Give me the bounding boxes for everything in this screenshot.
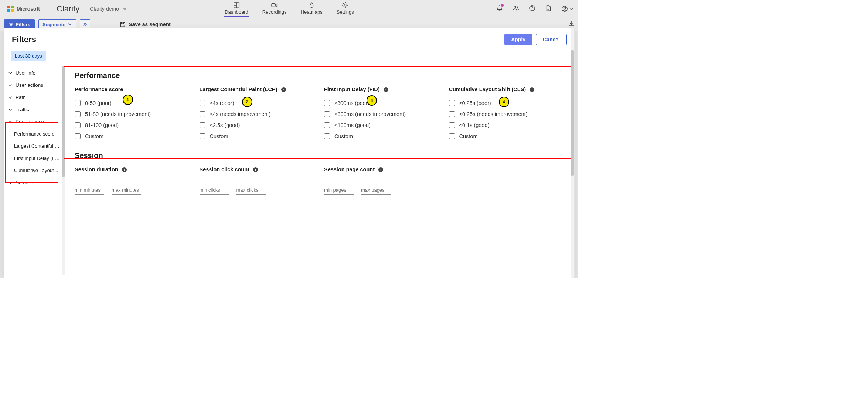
sidebar-item-session[interactable]: Session <box>4 177 63 189</box>
info-icon[interactable]: i <box>530 87 534 92</box>
fid-opt-needs[interactable]: <300ms (needs improvement) <box>324 109 442 120</box>
chevron-down-icon <box>8 71 13 75</box>
session-col-duration: Session durationi <box>75 167 192 195</box>
annotation-callout-3: 3 <box>367 95 377 106</box>
checkbox[interactable] <box>449 133 455 139</box>
lcp-opt-custom[interactable]: Custom <box>200 131 317 142</box>
date-range-chip[interactable]: Last 30 days <box>11 51 46 61</box>
checkbox[interactable] <box>200 133 205 139</box>
perf-col-fid: First Input Delay (FID)i ≥300ms (poor) <… <box>324 86 442 142</box>
apply-button[interactable]: Apply <box>504 34 532 45</box>
session-clicks-max-input[interactable] <box>236 186 266 195</box>
sidebar-sub-lcp[interactable]: Largest Contentful Pain… <box>4 140 63 152</box>
fid-opt-poor[interactable]: ≥300ms (poor) <box>324 97 442 109</box>
perf-score-title: Performance score <box>75 86 192 92</box>
sidebar-item-traffic[interactable]: Traffic <box>4 103 63 116</box>
fid-opt-custom[interactable]: Custom <box>324 131 442 142</box>
lcp-title: Largest Contentful Paint (LCP)i <box>200 86 317 92</box>
session-clicks-title: Session click counti <box>200 167 317 172</box>
cls-opt-custom[interactable]: Custom <box>449 131 566 142</box>
cls-opt-good[interactable]: <0.1s (good) <box>449 120 566 131</box>
checkbox[interactable] <box>200 111 205 117</box>
fid-title: First Input Delay (FID)i <box>324 86 442 92</box>
sidebar-item-user-actions[interactable]: User actions <box>4 79 63 91</box>
checkbox[interactable] <box>449 100 455 106</box>
cls-opt-needs[interactable]: <0.25s (needs improvement) <box>449 109 566 120</box>
session-col-clicks: Session click counti <box>200 167 317 195</box>
session-pages-min-input[interactable] <box>324 186 354 195</box>
checkbox[interactable] <box>449 111 455 117</box>
checkbox[interactable] <box>75 122 81 128</box>
lcp-opt-needs[interactable]: <4s (needs improvement) <box>200 109 317 120</box>
modal-title: Filters <box>12 35 36 44</box>
annotation-callout-4: 4 <box>499 97 509 107</box>
info-icon[interactable]: i <box>281 87 286 92</box>
session-clicks-min-input[interactable] <box>200 186 229 195</box>
checkbox[interactable] <box>449 122 455 128</box>
lcp-opt-poor[interactable]: ≥4s (poor) <box>200 97 317 109</box>
checkbox[interactable] <box>200 100 205 106</box>
info-icon[interactable]: i <box>122 167 127 172</box>
perf-score-opt-poor[interactable]: 0-50 (poor) <box>75 97 192 109</box>
perf-score-opt-custom[interactable]: Custom <box>75 131 192 142</box>
perf-col-cls: Cumulative Layout Shift (CLS)i ≥0.25s (p… <box>449 86 566 142</box>
chevron-down-icon <box>8 107 13 112</box>
sidebar-item-path[interactable]: Path <box>4 91 63 103</box>
sidebar-sub-cls[interactable]: Cumulative Layout Shif… <box>4 164 63 177</box>
cls-title: Cumulative Layout Shift (CLS)i <box>449 86 566 92</box>
checkbox[interactable] <box>324 122 330 128</box>
chevron-down-icon <box>8 95 13 100</box>
session-pages-max-input[interactable] <box>361 186 391 195</box>
annotation-callout-2: 2 <box>242 97 252 107</box>
fid-opt-good[interactable]: <100ms (good) <box>324 120 442 131</box>
filters-modal: Filters Apply Cancel Last 30 days User i… <box>4 28 575 278</box>
modal-scrollbar-thumb[interactable] <box>571 50 574 176</box>
filter-content: Performance Performance score 0-50 (poor… <box>64 66 574 275</box>
perf-score-opt-needs[interactable]: 51-80 (needs improvement) <box>75 109 192 120</box>
sidebar-sub-perf-score[interactable]: Performance score <box>4 128 63 140</box>
info-icon[interactable]: i <box>253 167 258 172</box>
cancel-button[interactable]: Cancel <box>536 34 567 45</box>
chevron-down-icon <box>8 181 13 185</box>
performance-grid: Performance score 0-50 (poor) 51-80 (nee… <box>75 86 566 142</box>
session-grid: Session durationi Session click counti <box>75 167 566 195</box>
checkbox[interactable] <box>75 111 81 117</box>
section-title-session: Session <box>75 142 566 167</box>
chevron-down-icon <box>8 83 13 88</box>
sidebar-item-user-info[interactable]: User info <box>4 67 63 79</box>
session-col-pages: Session page counti <box>324 167 442 195</box>
checkbox[interactable] <box>75 133 81 139</box>
checkbox[interactable] <box>200 122 205 128</box>
filter-sidebar: User info User actions Path Traffic Perf… <box>4 66 64 275</box>
lcp-opt-good[interactable]: <2.5s (good) <box>200 120 317 131</box>
checkbox[interactable] <box>324 111 330 117</box>
info-icon[interactable]: i <box>378 167 383 172</box>
perf-score-opt-good[interactable]: 81-100 (good) <box>75 120 192 131</box>
session-duration-min-input[interactable] <box>75 186 104 195</box>
section-title-performance: Performance <box>75 70 566 86</box>
session-duration-max-input[interactable] <box>112 186 141 195</box>
session-pages-title: Session page counti <box>324 167 442 172</box>
sidebar-sub-fid[interactable]: First Input Delay (FID) <box>4 152 63 164</box>
perf-col-score: Performance score 0-50 (poor) 51-80 (nee… <box>75 86 192 142</box>
sidebar-item-performance[interactable]: Performance <box>4 116 63 128</box>
checkbox[interactable] <box>324 133 330 139</box>
annotation-callout-1: 1 <box>123 95 133 105</box>
session-duration-title: Session durationi <box>75 167 192 172</box>
info-icon[interactable]: i <box>384 87 388 92</box>
checkbox[interactable] <box>75 100 81 106</box>
checkbox[interactable] <box>324 100 330 106</box>
perf-col-lcp: Largest Contentful Paint (LCP)i ≥4s (poo… <box>200 86 317 142</box>
chevron-up-icon <box>8 120 13 124</box>
